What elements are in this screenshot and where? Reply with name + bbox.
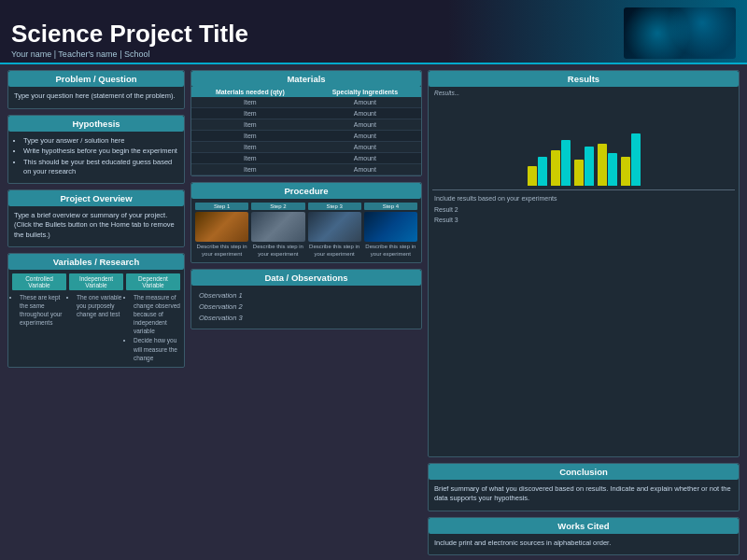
bar-teal [585,147,594,186]
bar-group [528,157,547,187]
observation-item: Observation 1 [199,290,414,301]
bar-teal [608,153,617,186]
results-note: Results... [429,87,739,96]
works-cited-section: Works Cited Include print and electronic… [428,517,740,556]
step-image [251,212,304,242]
result-item: Result 3 [434,216,733,226]
hypothesis-item: Write hypothesis before you begin the ex… [23,147,178,157]
hypothesis-item: This should be your best educated guess … [23,158,178,177]
bar-teal [631,133,641,186]
table-row: ItemAmount [191,153,421,164]
hypothesis-list: Type your answer / solution hereWrite hy… [14,136,178,177]
dependent-variable-body: The measure of change observed because o… [126,293,180,362]
material-item: Item [191,97,309,108]
variable-item: These are kept the same throughout your … [20,293,66,327]
controlled-variable-body: These are kept the same throughout your … [12,293,66,327]
table-row: ItemAmount [191,131,421,142]
middle-column: Materials Materials needed (qty) Special… [190,70,422,555]
variable-item: The measure of change observed because o… [134,293,180,335]
material-amount: Amount [309,131,421,142]
bar-yellow [528,166,537,186]
header-image-inner [624,7,736,59]
procedure-header: Procedure [191,183,421,199]
conclusion-header: Conclusion [429,464,739,480]
procedure-steps: Step 1Describe this step in your experim… [191,199,421,262]
step-label: Step 2 [251,203,304,210]
material-amount: Amount [309,164,421,175]
step-label: Step 3 [308,203,361,210]
materials-tbody: ItemAmountItemAmountItemAmountItemAmount… [191,97,421,175]
results-chart [429,96,739,189]
page: Science Project Title Your name | Teache… [0,0,747,560]
step-description: Describe this step in your experiment [308,244,361,259]
dependent-variable-col: Dependent Variable The measure of change… [126,273,180,363]
step-image [195,212,248,242]
works-cited-header: Works Cited [429,518,739,534]
controlled-variable-col: Controlled Variable These are kept the s… [12,273,66,363]
data-header: Data / Observations [191,270,421,286]
materials-col2-header: Specialty Ingredients [309,87,421,97]
bar-teal [561,140,571,186]
independent-variable-header: Independent Variable [69,273,123,290]
problem-header: Problem / Question [8,71,184,87]
variables-columns: Controlled Variable These are kept the s… [8,270,184,367]
material-amount: Amount [309,119,421,131]
hypothesis-item: Type your answer / solution here [23,136,178,147]
bar-yellow [621,157,630,187]
step-description: Describe this step in your experiment [195,244,248,259]
results-section: Results Results... Include results based… [428,70,740,457]
header-image [624,7,736,59]
step-description: Describe this step in your experiment [364,244,417,259]
conclusion-body: Brief summary of what you discovered bas… [429,480,739,511]
material-item: Item [191,153,309,164]
material-item: Item [191,142,309,153]
material-item: Item [191,164,309,175]
page-title: Science Project Title [11,21,624,48]
bar-group [574,147,594,186]
left-column: Problem / Question Type your question he… [7,70,185,555]
variables-section: Variables / Research Controlled Variable… [7,253,185,368]
bar-group [621,133,641,186]
procedure-step: Step 4Describe this step in your experim… [364,203,417,259]
step-label: Step 1 [195,203,248,210]
materials-table: Materials needed (qty) Specialty Ingredi… [191,87,421,175]
step-image [308,212,361,242]
independent-variable-col: Independent Variable The one variable yo… [69,273,123,363]
problem-section: Problem / Question Type your question he… [7,70,185,109]
hypothesis-section: Hypothesis Type your answer / solution h… [7,115,185,184]
procedure-step: Step 1Describe this step in your experim… [195,203,248,259]
hypothesis-body: Type your answer / solution hereWrite hy… [8,132,184,183]
data-section: Data / Observations Observation 1Observa… [190,269,422,329]
controlled-variable-header: Controlled Variable [12,273,66,290]
step-label: Step 4 [364,203,417,210]
observation-item: Observation 2 [199,301,414,313]
procedure-section: Procedure Step 1Describe this step in yo… [190,182,422,263]
materials-col1-header: Materials needed (qty) [191,87,309,97]
content-area: Problem / Question Type your question he… [0,64,747,560]
header: Science Project Title Your name | Teache… [0,0,747,64]
problem-body: Type your question here (statement of th… [8,87,184,108]
project-overview-section: Project Overview Type a brief overview o… [7,189,185,248]
material-item: Item [191,108,309,119]
table-row: ItemAmount [191,164,421,175]
data-body: Observation 1Observation 2Observation 3 [191,286,421,329]
dependent-variable-header: Dependent Variable [126,273,180,290]
procedure-step: Step 2Describe this step in your experim… [251,203,304,259]
independent-variable-body: The one variable you purposely change an… [69,293,123,318]
conclusion-section: Conclusion Brief summary of what you dis… [428,463,740,511]
step-image [364,212,417,242]
header-subtitle: Your name | Teacher's name | School [11,49,624,59]
hypothesis-header: Hypothesis [8,116,184,132]
material-amount: Amount [309,97,421,108]
variable-item: The one variable you purposely change an… [77,293,123,318]
variable-item: Decide how you will measure the change [134,336,180,361]
materials-section: Materials Materials needed (qty) Special… [190,70,422,176]
bar-teal [538,157,547,187]
right-column: Results Results... Include results based… [428,70,740,555]
project-overview-header: Project Overview [8,190,184,206]
table-row: ItemAmount [191,97,421,108]
material-amount: Amount [309,142,421,153]
bar-group [551,140,571,186]
variables-header: Variables / Research [8,254,184,270]
materials-header: Materials [191,71,421,87]
